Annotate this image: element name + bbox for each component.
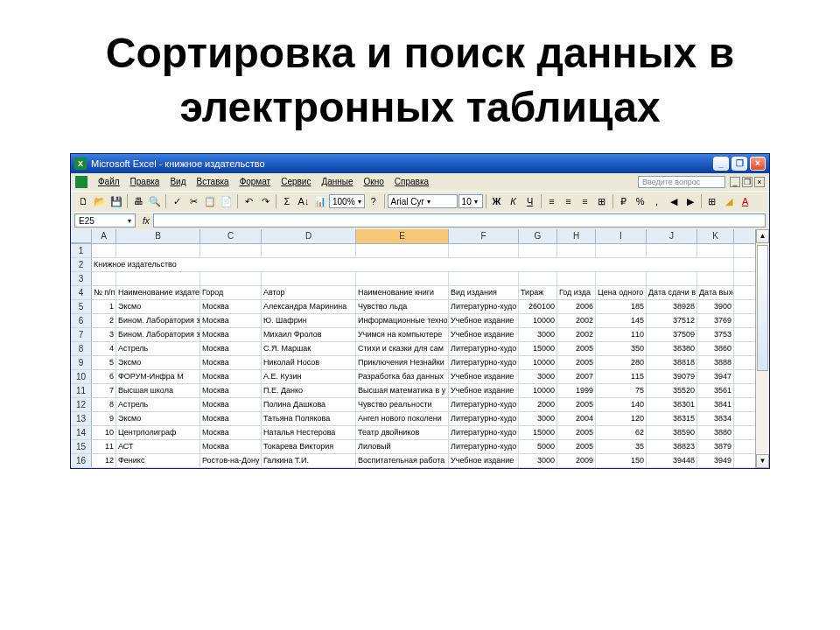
cell[interactable]: 9 bbox=[92, 412, 116, 425]
cell[interactable]: 38315 bbox=[647, 412, 697, 425]
sum-icon[interactable]: Σ bbox=[279, 193, 295, 209]
cell[interactable]: 10 bbox=[92, 426, 116, 439]
cell[interactable]: 2005 bbox=[557, 356, 596, 369]
cell[interactable]: Театр двойников bbox=[356, 426, 449, 439]
cell[interactable]: Галкина Т.И. bbox=[262, 454, 356, 467]
cell[interactable]: 2005 bbox=[557, 440, 596, 453]
fontsize-combo[interactable]: 10 bbox=[458, 194, 483, 208]
scroll-up-button[interactable]: ▲ bbox=[756, 229, 769, 243]
font-color-icon[interactable]: A bbox=[738, 193, 753, 209]
doc-minimize-button[interactable]: _ bbox=[730, 177, 740, 187]
scroll-track[interactable] bbox=[756, 243, 769, 454]
menu-window[interactable]: Окно bbox=[359, 175, 389, 188]
align-left-icon[interactable]: ≡ bbox=[544, 193, 560, 209]
spellcheck-icon[interactable]: ✓ bbox=[169, 193, 185, 209]
cell[interactable]: Высшая математика в у bbox=[356, 384, 449, 397]
cell[interactable]: Лиловый bbox=[356, 440, 449, 453]
cell[interactable]: Астрель bbox=[116, 342, 200, 355]
cell[interactable]: Чувство реальности bbox=[356, 398, 449, 411]
col-header-k[interactable]: K bbox=[697, 229, 734, 243]
sort-asc-icon[interactable]: A↓ bbox=[296, 193, 312, 209]
paste-icon[interactable]: 📄 bbox=[219, 193, 234, 209]
sheet-title-cell[interactable]: Книжное издательство bbox=[92, 258, 734, 271]
cell[interactable]: 2000 bbox=[519, 398, 557, 411]
cell[interactable]: 3888 bbox=[697, 356, 734, 369]
fill-color-icon[interactable]: ◢ bbox=[721, 193, 737, 209]
cell[interactable]: Чувство льда bbox=[356, 300, 449, 313]
cell[interactable]: Эксмо bbox=[116, 356, 200, 369]
open-icon[interactable]: 📂 bbox=[92, 193, 108, 209]
cell[interactable]: 3561 bbox=[697, 384, 734, 397]
cell[interactable]: 3860 bbox=[697, 342, 734, 355]
cell[interactable]: 3000 bbox=[519, 370, 557, 383]
cell[interactable]: Литературно-худо bbox=[449, 440, 519, 453]
doc-restore-button[interactable]: ❐ bbox=[742, 177, 752, 187]
cell[interactable]: 1 bbox=[92, 300, 116, 313]
header-cell[interactable]: Город bbox=[200, 286, 262, 299]
cell[interactable]: 10000 bbox=[519, 356, 557, 369]
cell[interactable]: 120 bbox=[596, 412, 647, 425]
header-cell[interactable]: Дата сдачи в bbox=[647, 286, 697, 299]
cell[interactable]: 2007 bbox=[557, 370, 596, 383]
row-header[interactable]: 12 bbox=[71, 398, 92, 411]
cell[interactable]: Москва bbox=[200, 412, 262, 425]
cell[interactable]: 39448 bbox=[647, 454, 697, 467]
cell[interactable]: Эксмо bbox=[116, 300, 200, 313]
cell[interactable]: Михаил Фролов bbox=[262, 328, 356, 341]
header-cell[interactable]: Цена одного bbox=[596, 286, 647, 299]
header-cell[interactable]: Наименование издате bbox=[116, 286, 200, 299]
header-cell[interactable]: Автор bbox=[262, 286, 356, 299]
cell[interactable]: Москва bbox=[200, 342, 262, 355]
cell[interactable]: А.Е. Кузин bbox=[262, 370, 356, 383]
cell[interactable]: Литературно-худо bbox=[449, 300, 519, 313]
cell[interactable]: 3879 bbox=[697, 440, 734, 453]
scroll-down-button[interactable]: ▼ bbox=[756, 454, 769, 468]
cell[interactable]: 140 bbox=[596, 398, 647, 411]
bold-icon[interactable]: Ж bbox=[489, 193, 505, 209]
print-icon[interactable]: 🖶 bbox=[130, 193, 146, 209]
row-header[interactable]: 8 bbox=[71, 342, 92, 355]
cell[interactable]: Литературно-худо bbox=[449, 426, 519, 439]
cell[interactable]: 1999 bbox=[557, 384, 596, 397]
cell[interactable]: П.Е. Данко bbox=[262, 384, 356, 397]
cell[interactable]: ФОРУМ-Инфра М bbox=[116, 370, 200, 383]
col-header-j[interactable]: J bbox=[647, 229, 697, 243]
font-combo[interactable]: Arial Cyr bbox=[388, 194, 458, 208]
cell[interactable]: 4 bbox=[92, 342, 116, 355]
save-icon[interactable]: 💾 bbox=[108, 193, 124, 209]
cell[interactable]: Центрполиграф bbox=[116, 426, 200, 439]
menu-insert[interactable]: Вставка bbox=[191, 175, 234, 188]
cell[interactable]: 2002 bbox=[557, 314, 596, 327]
row-header[interactable]: 1 bbox=[71, 244, 92, 257]
align-right-icon[interactable]: ≡ bbox=[578, 193, 593, 209]
cell[interactable]: 2004 bbox=[557, 412, 596, 425]
cell[interactable]: Москва bbox=[200, 384, 262, 397]
cell[interactable]: Татьяна Полякова bbox=[262, 412, 356, 425]
cell[interactable]: Москва bbox=[200, 440, 262, 453]
menu-file[interactable]: Файл bbox=[93, 175, 125, 188]
cell[interactable]: 2 bbox=[92, 314, 116, 327]
cell[interactable]: 38380 bbox=[647, 342, 697, 355]
cell[interactable] bbox=[92, 244, 116, 257]
new-icon[interactable]: 🗋 bbox=[75, 193, 91, 209]
cell[interactable]: 3834 bbox=[697, 412, 734, 425]
cell[interactable]: Москва bbox=[200, 300, 262, 313]
cell[interactable]: 37509 bbox=[647, 328, 697, 341]
cell[interactable]: 38818 bbox=[647, 356, 697, 369]
cell[interactable]: 2005 bbox=[557, 426, 596, 439]
select-all-corner[interactable] bbox=[71, 229, 92, 243]
cell[interactable]: 2005 bbox=[557, 398, 596, 411]
undo-icon[interactable]: ↶ bbox=[241, 193, 256, 209]
close-button[interactable]: × bbox=[750, 157, 766, 171]
cell[interactable]: С.Я. Маршак bbox=[262, 342, 356, 355]
currency-icon[interactable]: ₽ bbox=[616, 193, 632, 209]
cell[interactable]: 39079 bbox=[647, 370, 697, 383]
cell[interactable]: Москва bbox=[200, 370, 262, 383]
menubar-excel-icon[interactable] bbox=[75, 176, 88, 188]
cell[interactable]: 10000 bbox=[519, 384, 557, 397]
cell[interactable]: 8 bbox=[92, 398, 116, 411]
name-box[interactable]: E25 bbox=[74, 214, 136, 228]
cell[interactable]: 185 bbox=[596, 300, 647, 313]
cell[interactable]: 110 bbox=[596, 328, 647, 341]
menu-help[interactable]: Справка bbox=[389, 175, 434, 188]
